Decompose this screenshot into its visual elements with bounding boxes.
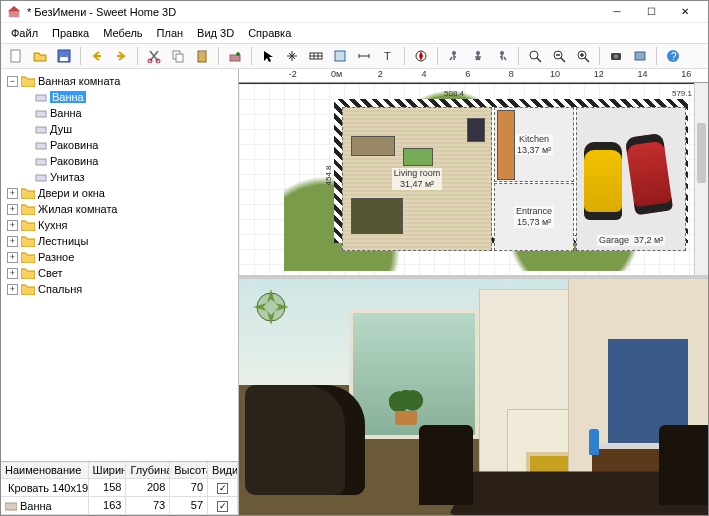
header-depth[interactable]: Глубина xyxy=(126,462,170,479)
undo-icon[interactable] xyxy=(86,45,108,67)
copy-icon[interactable] xyxy=(167,45,189,67)
tree-category[interactable]: +Двери и окна xyxy=(3,185,236,201)
menu-edit[interactable]: Правка xyxy=(46,25,95,41)
tree-label: Ванна xyxy=(50,107,82,119)
furniture-icon xyxy=(35,171,47,183)
svg-rect-8 xyxy=(176,54,183,62)
toolbar: T ? xyxy=(1,43,708,69)
tree-category[interactable]: +Разное xyxy=(3,249,236,265)
furniture-icon xyxy=(35,91,47,103)
furniture-icon xyxy=(5,501,17,511)
human-left-icon[interactable] xyxy=(443,45,465,67)
dimension-right: 579.1 xyxy=(672,89,692,98)
compass-3d-icon[interactable] xyxy=(249,285,293,329)
furniture-sofa[interactable] xyxy=(351,136,395,156)
menu-plan[interactable]: План xyxy=(151,25,190,41)
redo-icon[interactable] xyxy=(110,45,132,67)
titlebar: * БезИмени - Sweet Home 3D ─ ☐ ✕ xyxy=(1,1,708,23)
save-icon[interactable] xyxy=(53,45,75,67)
room-entrance[interactable]: Entrance15,73 м² xyxy=(494,183,574,251)
plan-2d-view[interactable]: -20м246810121416 Living room31,47 м² Kit… xyxy=(239,69,708,279)
menubar: Файл Правка Мебель План Вид 3D Справка xyxy=(1,23,708,43)
zoom-in-icon[interactable] xyxy=(572,45,594,67)
expand-icon[interactable]: + xyxy=(7,284,18,295)
visibility-checkbox[interactable]: ✓ xyxy=(217,501,228,512)
tree-item[interactable]: Душ xyxy=(3,121,236,137)
catalog-tree[interactable]: − Ванная комната ВаннаВаннаДушРаковинаРа… xyxy=(1,69,238,461)
expand-icon[interactable]: + xyxy=(7,204,18,215)
header-name[interactable]: Наименование xyxy=(1,462,89,479)
table-row[interactable]: Кровать 140x19015820870✓ xyxy=(1,479,238,497)
cut-icon[interactable] xyxy=(143,45,165,67)
expand-icon[interactable]: + xyxy=(7,268,18,279)
expand-icon[interactable]: + xyxy=(7,188,18,199)
tree-category[interactable]: +Спальня xyxy=(3,281,236,297)
tree-item[interactable]: Унитаз xyxy=(3,169,236,185)
furniture-armchair[interactable] xyxy=(467,118,485,142)
paste-icon[interactable] xyxy=(191,45,213,67)
header-width[interactable]: Ширина xyxy=(89,462,127,479)
furniture-rug[interactable] xyxy=(403,148,433,166)
tree-category[interactable]: +Жилая комната xyxy=(3,201,236,217)
zoom-fit-icon[interactable] xyxy=(524,45,546,67)
visibility-checkbox[interactable]: ✓ xyxy=(217,483,228,494)
folder-icon xyxy=(21,235,35,247)
tree-category[interactable]: +Кухня xyxy=(3,217,236,233)
tree-item[interactable]: Раковина xyxy=(3,153,236,169)
header-visible[interactable]: Видимость xyxy=(208,462,238,479)
human-right-icon[interactable] xyxy=(491,45,513,67)
header-height[interactable]: Высота xyxy=(170,462,208,479)
room-kitchen[interactable]: Kitchen13,37 м² xyxy=(494,107,574,182)
room-living[interactable]: Living room31,47 м² xyxy=(342,107,492,251)
furniture-table[interactable] xyxy=(351,198,403,234)
tree-item[interactable]: Ванна xyxy=(3,89,236,105)
pointer-icon[interactable] xyxy=(257,45,279,67)
settings-icon[interactable] xyxy=(629,45,651,67)
minimize-button[interactable]: ─ xyxy=(600,2,634,22)
tree-category-bathroom[interactable]: − Ванная комната xyxy=(3,73,236,89)
expand-icon[interactable]: + xyxy=(7,252,18,263)
table-row[interactable]: Ванна1637357✓ xyxy=(1,497,238,515)
room-icon[interactable] xyxy=(329,45,351,67)
tree-category[interactable]: +Свет xyxy=(3,265,236,281)
menu-view3d[interactable]: Вид 3D xyxy=(191,25,240,41)
text-icon[interactable]: T xyxy=(377,45,399,67)
svg-point-16 xyxy=(452,51,456,55)
table-header: Наименование Ширина Глубина Высота Видим… xyxy=(1,462,238,479)
camera-icon[interactable] xyxy=(605,45,627,67)
tree-item[interactable]: Раковина xyxy=(3,137,236,153)
open-icon[interactable] xyxy=(29,45,51,67)
kitchen-counter[interactable] xyxy=(497,110,515,180)
new-icon[interactable] xyxy=(5,45,27,67)
menu-file[interactable]: Файл xyxy=(5,25,44,41)
svg-point-17 xyxy=(476,51,480,55)
furniture-table[interactable]: Наименование Ширина Глубина Высота Видим… xyxy=(1,461,238,515)
human-icon[interactable] xyxy=(467,45,489,67)
maximize-button[interactable]: ☐ xyxy=(634,2,668,22)
view-3d[interactable] xyxy=(239,279,708,515)
zoom-out-icon[interactable] xyxy=(548,45,570,67)
tree-item[interactable]: Ванна xyxy=(3,105,236,121)
plan-scrollbar[interactable] xyxy=(694,83,708,275)
expand-icon[interactable]: + xyxy=(7,220,18,231)
compass-icon[interactable] xyxy=(410,45,432,67)
tree-category[interactable]: +Лестницы xyxy=(3,233,236,249)
dimension-top: 508.4 xyxy=(444,89,464,98)
furniture-icon xyxy=(35,139,47,151)
menu-furniture[interactable]: Мебель xyxy=(97,25,148,41)
car-yellow[interactable] xyxy=(584,142,622,220)
dimension-left: 454.8 xyxy=(324,165,333,185)
collapse-icon[interactable]: − xyxy=(7,76,18,87)
menu-help[interactable]: Справка xyxy=(242,25,297,41)
folder-icon xyxy=(21,219,35,231)
help-icon[interactable]: ? xyxy=(662,45,684,67)
dimension-icon[interactable] xyxy=(353,45,375,67)
add-furniture-icon[interactable] xyxy=(224,45,246,67)
svg-rect-31 xyxy=(36,159,46,165)
svg-text:T: T xyxy=(384,50,391,62)
pan-icon[interactable] xyxy=(281,45,303,67)
close-button[interactable]: ✕ xyxy=(668,2,702,22)
tree-label: Раковина xyxy=(50,139,98,151)
expand-icon[interactable]: + xyxy=(7,236,18,247)
wall-icon[interactable] xyxy=(305,45,327,67)
